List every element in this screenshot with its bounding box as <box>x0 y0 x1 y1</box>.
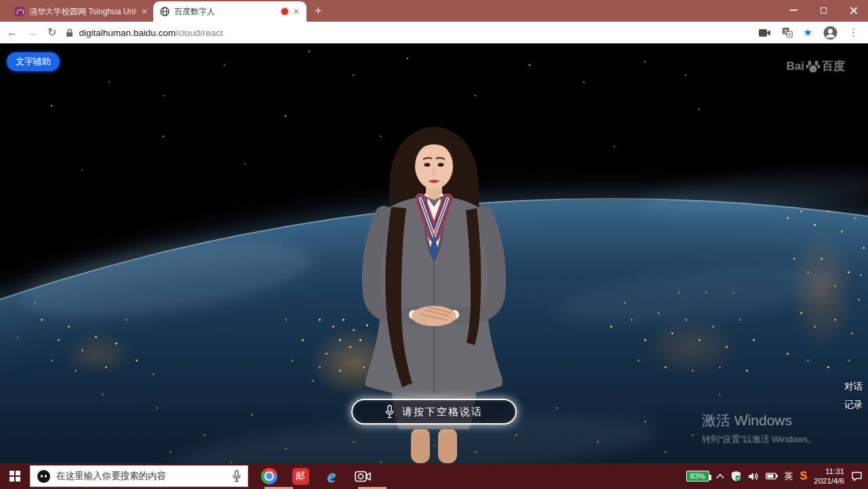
window-controls <box>778 0 868 20</box>
windows-logo-icon <box>9 471 20 482</box>
profile-avatar-icon[interactable] <box>823 26 837 40</box>
city-lights-south <box>0 43 2 45</box>
address-bar[interactable]: digitalhuman.baidu.com/cloud/react <box>66 28 749 38</box>
cortana-icon <box>37 470 50 483</box>
svg-text:A: A <box>787 32 791 37</box>
volume-icon[interactable] <box>748 472 759 481</box>
watermark-title: 激活 Windows <box>702 411 816 430</box>
baidu-logo: Bai 百度 <box>787 58 845 74</box>
action-center-icon[interactable] <box>851 471 863 482</box>
system-tray: 83% 英 S 11:31 2021/4/6 <box>686 467 868 486</box>
maximize-button[interactable] <box>808 0 838 20</box>
maximize-icon <box>821 7 827 14</box>
lock-icon <box>66 28 73 37</box>
reload-icon[interactable]: ↻ <box>47 27 56 38</box>
start-button[interactable] <box>0 463 30 489</box>
baidu-logo-du: 百度 <box>822 58 845 74</box>
taskbar-mail-icon[interactable]: 邮 <box>285 463 316 489</box>
side-links: 对话 记录 <box>844 380 863 411</box>
clock-time: 11:31 <box>814 467 844 476</box>
record-link[interactable]: 记录 <box>844 399 863 411</box>
toolbar-actions: 文 A ★ ⋮ <box>759 26 861 40</box>
defender-shield-icon[interactable] <box>731 471 741 482</box>
ime-indicator[interactable]: 英 <box>785 470 793 482</box>
baidu-paw-icon <box>806 60 821 73</box>
city-glow <box>776 203 868 376</box>
browser-titlebar: 清华大学校园网 Tsinghua Univ ✕ 百度数字人 ✕ + <box>0 0 868 22</box>
back-icon[interactable]: ← <box>7 27 18 38</box>
tsinghua-favicon <box>15 7 24 16</box>
text-assist-button[interactable]: 文字辅助 <box>7 52 60 71</box>
tab-title: 清华大学校园网 Tsinghua Univ <box>29 6 136 18</box>
minimize-button[interactable] <box>778 0 808 20</box>
city-glow <box>47 321 149 386</box>
tab-digital-human[interactable]: 百度数字人 ✕ <box>153 1 307 22</box>
new-tab-button[interactable]: + <box>315 5 322 17</box>
tab-close-icon[interactable]: ✕ <box>293 7 300 16</box>
bookmark-star-icon[interactable]: ★ <box>804 26 812 39</box>
desktop-screen: 清华大学校园网 Tsinghua Univ ✕ 百度数字人 ✕ + ← → ↻ <box>0 0 868 489</box>
push-to-talk-button[interactable]: 请按下空格说话 <box>351 399 517 425</box>
city-glow <box>620 305 763 389</box>
clock-date: 2021/4/6 <box>814 476 844 486</box>
windows-taskbar: 在这里输入你要搜索的内容 邮 e 83% <box>0 463 868 489</box>
tab-tsinghua[interactable]: 清华大学校园网 Tsinghua Univ ✕ <box>9 1 153 22</box>
globe-favicon <box>160 7 170 16</box>
search-mic-icon[interactable] <box>233 470 241 482</box>
search-placeholder: 在这里输入你要搜索的内容 <box>56 470 226 482</box>
microphone-icon <box>385 405 394 418</box>
push-to-talk-label: 请按下空格说话 <box>402 406 483 418</box>
tab-title: 百度数字人 <box>174 6 277 18</box>
baidu-logo-bai: Bai <box>787 60 804 73</box>
tray-chevron-up-icon[interactable] <box>716 473 724 479</box>
tray-battery-icon[interactable] <box>766 473 778 480</box>
sogou-input-icon[interactable]: S <box>800 470 808 482</box>
minimize-icon <box>790 9 797 11</box>
activate-windows-watermark: 激活 Windows 转到“设置”以激活 Windows。 <box>702 411 816 446</box>
dialog-link[interactable]: 对话 <box>844 380 863 393</box>
digital-human-page: 文字辅助 Bai 百度 请按下空格说话 对话 记录 <box>0 43 868 463</box>
taskbar-clock[interactable]: 11:31 2021/4/6 <box>814 467 844 486</box>
tab-close-icon[interactable]: ✕ <box>141 7 148 16</box>
url-domain: digitalhuman.baidu.com <box>79 28 176 38</box>
taskbar-search-box[interactable]: 在这里输入你要搜索的内容 <box>30 465 248 487</box>
taskbar-chrome-icon[interactable] <box>254 463 285 489</box>
close-button[interactable] <box>838 0 868 20</box>
taskbar-app-icons: 邮 e <box>254 463 378 489</box>
taskbar-camera-app-icon[interactable] <box>347 463 378 489</box>
url-path: /cloud/react <box>176 28 223 38</box>
forward-icon[interactable]: → <box>27 27 38 38</box>
browser-menu-icon[interactable]: ⋮ <box>848 26 859 39</box>
close-icon <box>850 7 857 14</box>
translate-icon[interactable]: 文 A <box>782 27 793 38</box>
camera-in-use-icon[interactable] <box>759 28 771 37</box>
browser-toolbar: ← → ↻ digitalhuman.baidu.com/cloud/react… <box>0 22 868 43</box>
battery-percent-widget[interactable]: 83% <box>686 471 709 482</box>
taskbar-ie-icon[interactable]: e <box>316 463 347 489</box>
recording-indicator-icon <box>281 8 288 15</box>
watermark-subtitle: 转到“设置”以激活 Windows。 <box>702 433 816 446</box>
